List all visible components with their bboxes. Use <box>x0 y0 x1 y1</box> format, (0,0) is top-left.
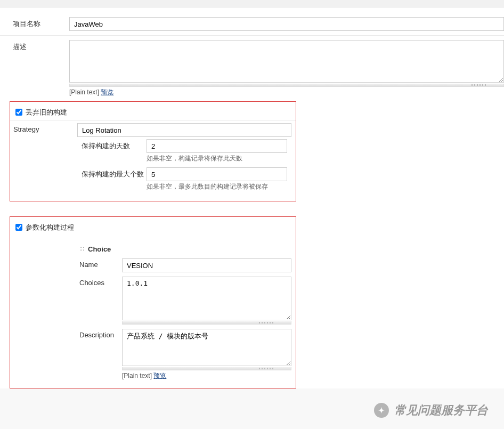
param-choice-block: Choice Name Choices 1.0.1 Description 产品… <box>79 245 296 383</box>
preview-link[interactable]: 预览 <box>101 88 113 96</box>
label-project-name: 项目名称 <box>0 17 69 29</box>
section-discard-builds: 丢弃旧的构建 Strategy 保持构建的天数 如果非空，构建记录将保存此天数 … <box>10 101 296 201</box>
label-days-to-keep: 保持构建的天数 <box>77 139 147 151</box>
label-strategy: Strategy <box>13 123 77 133</box>
textarea-param-description[interactable]: 产品系统 / 模块的版本号 <box>122 329 291 366</box>
row-param-choices: Choices 1.0.1 <box>79 274 291 327</box>
row-param-description: Description 产品系统 / 模块的版本号 [Plain text] 预… <box>79 327 291 383</box>
input-max-builds[interactable] <box>147 167 287 181</box>
input-param-name[interactable] <box>122 258 291 272</box>
resize-handle-choices[interactable] <box>122 321 291 325</box>
label-param-description: Description <box>79 329 122 339</box>
plain-text-label-2: [Plain text] <box>122 372 152 379</box>
row-discard-checkbox: 丢弃旧的构建 <box>10 105 296 120</box>
label-param-name: Name <box>79 258 122 269</box>
textarea-description[interactable] <box>69 40 504 83</box>
resize-handle-desc[interactable] <box>122 367 291 370</box>
row-param-name: Name <box>79 256 291 274</box>
choice-header: Choice <box>79 245 291 256</box>
input-project-name[interactable] <box>69 17 504 31</box>
drag-handle-icon[interactable] <box>79 247 85 252</box>
label-parametrize: 参数化构建过程 <box>26 223 74 232</box>
label-description: 描述 <box>0 40 69 52</box>
row-project-name: 项目名称 <box>0 13 504 36</box>
hint-max: 如果非空，最多此数目的构建记录将被保存 <box>147 182 287 191</box>
preview-link-2[interactable]: 预览 <box>153 372 166 379</box>
section-parametrize: 参数化构建过程 Choice Name Choices 1.0.1 <box>10 216 296 388</box>
row-strategy: Strategy 保持构建的天数 如果非空，构建记录将保存此天数 保持构建的最大… <box>10 120 296 196</box>
checkbox-discard-old-builds[interactable] <box>15 109 22 116</box>
input-days-to-keep[interactable] <box>147 139 287 153</box>
choice-title: Choice <box>88 245 111 253</box>
input-strategy[interactable] <box>77 123 291 137</box>
resize-handle[interactable] <box>69 84 504 87</box>
label-discard-old-builds: 丢弃旧的构建 <box>26 108 67 117</box>
plain-text-label: [Plain text] <box>69 88 99 96</box>
row-parametrize-checkbox: 参数化构建过程 <box>10 220 296 236</box>
label-param-choices: Choices <box>79 277 122 287</box>
label-max-builds: 保持构建的最大个数 <box>77 167 147 179</box>
hint-days: 如果非空，构建记录将保存此天数 <box>147 154 287 163</box>
header-strip <box>0 0 504 7</box>
checkbox-parametrize[interactable] <box>15 224 22 231</box>
row-description: 描述 [Plain text] 预览 <box>0 36 504 101</box>
textarea-param-choices[interactable]: 1.0.1 <box>122 277 291 320</box>
